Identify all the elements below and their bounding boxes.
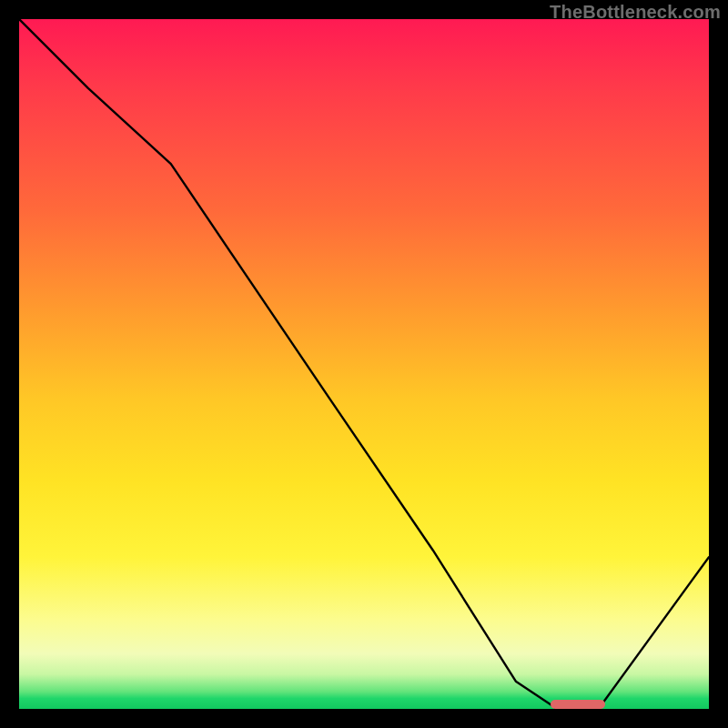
chart-background-gradient	[19, 19, 709, 709]
chart-frame	[19, 19, 709, 709]
optimal-range-marker	[551, 700, 606, 709]
